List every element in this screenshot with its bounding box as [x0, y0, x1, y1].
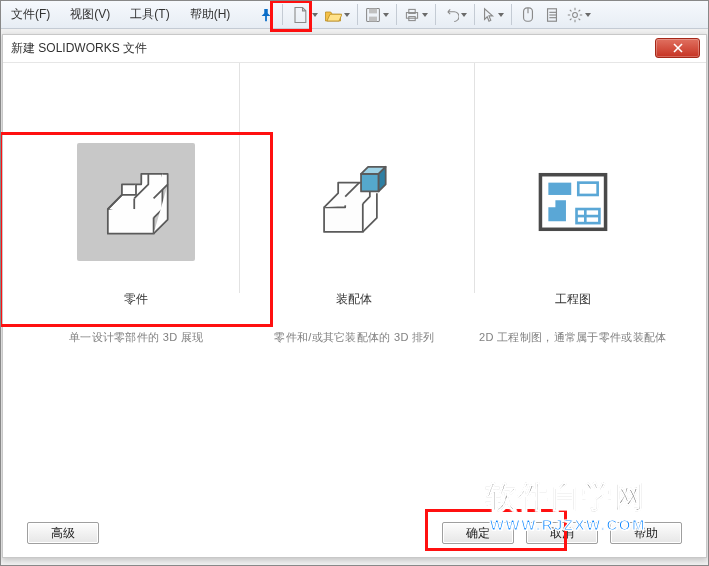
select-cursor-button[interactable] — [479, 1, 507, 28]
option-assembly[interactable]: 装配体 零件和/或其它装配体的 3D 排列 — [245, 143, 463, 557]
option-part-desc: 单一设计零部件的 3D 展现 — [69, 330, 203, 345]
new-document-dialog: 新建 SOLIDWORKS 文件 — [2, 34, 707, 558]
chevron-down-icon — [312, 13, 318, 17]
save-button[interactable] — [362, 1, 392, 28]
menu-view[interactable]: 视图(V) — [60, 1, 120, 28]
svg-line-17 — [570, 9, 572, 11]
dialog-titlebar: 新建 SOLIDWORKS 文件 — [3, 35, 706, 63]
dialog-close-button[interactable] — [655, 38, 700, 58]
settings-button[interactable] — [564, 1, 594, 28]
svg-rect-2 — [369, 16, 377, 21]
svg-line-20 — [579, 9, 581, 11]
drawing-icon — [529, 158, 617, 246]
print-button[interactable] — [401, 1, 431, 28]
svg-line-18 — [579, 18, 581, 20]
rebuild-button[interactable] — [516, 1, 540, 28]
assembly-icon — [310, 158, 398, 246]
option-assembly-desc: 零件和/或其它装配体的 3D 排列 — [274, 330, 434, 345]
open-button[interactable] — [321, 1, 353, 28]
menu-tools[interactable]: 工具(T) — [120, 1, 179, 28]
chevron-down-icon — [461, 13, 467, 17]
svg-rect-26 — [548, 183, 571, 195]
option-assembly-thumbnail — [295, 143, 413, 261]
ok-button[interactable]: 确定 — [442, 522, 514, 544]
help-button[interactable]: 帮助 — [610, 522, 682, 544]
menu-file[interactable]: 文件(F) — [1, 1, 60, 28]
dialog-footer: 高级 确定 取消 帮助 — [3, 509, 706, 557]
option-part-label: 零件 — [124, 291, 148, 308]
new-document-button[interactable] — [287, 1, 321, 28]
svg-point-12 — [573, 12, 578, 17]
chevron-down-icon — [498, 13, 504, 17]
chevron-down-icon — [344, 13, 350, 17]
option-part[interactable]: 零件 单一设计零部件的 3D 展现 — [27, 143, 245, 557]
pin-toolbar-button[interactable] — [254, 1, 278, 28]
advanced-button[interactable]: 高级 — [27, 522, 99, 544]
menu-help[interactable]: 帮助(H) — [180, 1, 241, 28]
part-icon — [92, 158, 180, 246]
options-sheet-button[interactable] — [540, 1, 564, 28]
chevron-down-icon — [422, 13, 428, 17]
chevron-down-icon — [383, 13, 389, 17]
chevron-down-icon — [585, 13, 591, 17]
svg-line-19 — [570, 18, 572, 20]
svg-rect-1 — [369, 8, 377, 13]
option-part-thumbnail — [77, 143, 195, 261]
close-icon — [672, 43, 684, 53]
option-drawing[interactable]: 工程图 2D 工程制图，通常属于零件或装配体 — [464, 143, 682, 557]
undo-button[interactable] — [440, 1, 470, 28]
option-assembly-label: 装配体 — [336, 291, 372, 308]
option-drawing-desc: 2D 工程制图，通常属于零件或装配体 — [479, 330, 667, 345]
option-drawing-label: 工程图 — [555, 291, 591, 308]
dialog-title: 新建 SOLIDWORKS 文件 — [11, 40, 147, 57]
dialog-body: 零件 单一设计零部件的 3D 展现 — [3, 63, 706, 557]
option-drawing-thumbnail — [514, 143, 632, 261]
cancel-button[interactable]: 取消 — [526, 522, 598, 544]
menubar: 文件(F) 视图(V) 工具(T) 帮助(H) — [1, 1, 708, 29]
